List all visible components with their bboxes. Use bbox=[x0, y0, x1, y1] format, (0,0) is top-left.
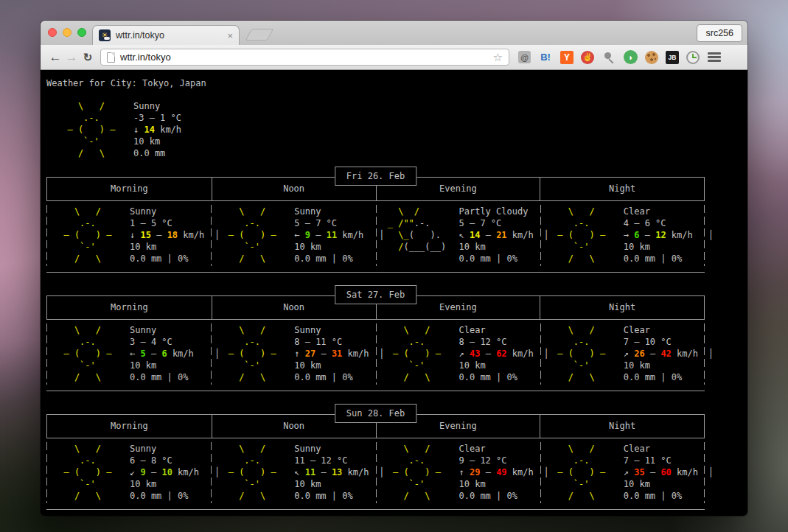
wind-direction-icon: ↖ bbox=[294, 467, 299, 477]
cell-border-bar: │ bbox=[708, 229, 714, 241]
weather-art: \ / .-. – ( ) – `-' / \ bbox=[217, 324, 294, 383]
temperature-text: 3 – 4 °C bbox=[130, 336, 211, 348]
jetbrains-extension-icon[interactable]: JB bbox=[666, 51, 679, 64]
minimize-window-button[interactable] bbox=[63, 28, 72, 37]
condition-text: Sunny bbox=[294, 324, 375, 336]
pushbullet-extension-icon[interactable]: ◗ bbox=[624, 50, 638, 64]
weather-art: \ / .-. – ( ) – `-' / \ bbox=[53, 443, 130, 502]
mail-extension-icon[interactable]: @ bbox=[518, 51, 531, 63]
precipitation-text: 0.0 mm | 0% bbox=[459, 253, 540, 265]
temperature-text: 5 – 7 °C bbox=[294, 217, 375, 229]
cell-border-bar: │ bbox=[708, 348, 714, 360]
forecast-cell: \ / .-. – ( ) – `-' / \ Sunny 8 – 11 °C … bbox=[211, 320, 375, 391]
url-text[interactable]: wttr.in/tokyo bbox=[120, 52, 493, 63]
weather-art: \ / .-. – ( ) – `-' / \ bbox=[217, 206, 294, 265]
forecast-row: \ / .-. – ( ) – `-' / \ Sunny 1 – 5 °C ↓… bbox=[46, 201, 705, 273]
precipitation-text: 0.0 mm | 0% bbox=[459, 490, 540, 502]
forecast-day-sunday: Sun 28. Feb Morning Noon Evening Night \… bbox=[46, 414, 705, 510]
date-box: Sat 27. Feb bbox=[335, 285, 416, 304]
pushpin-extension-icon[interactable] bbox=[602, 50, 616, 65]
wttr-terminal-output: Weather for City: Tokyo, Japan \ / .-. –… bbox=[41, 70, 747, 510]
period-header-morning: Morning bbox=[47, 178, 212, 200]
condition-text: Sunny bbox=[130, 324, 211, 336]
forecast-cell: \ / .-. – ( ) – `-' / \ Sunny 5 – 7 °C ←… bbox=[211, 201, 375, 272]
close-window-button[interactable] bbox=[48, 28, 57, 37]
forecast-cell: \ / .-. – ( ) – `-' / \ Sunny 11 – 12 °C… bbox=[211, 438, 375, 509]
reload-button[interactable]: ↻ bbox=[80, 51, 96, 64]
precipitation-text: 0.0 mm | 0% bbox=[130, 490, 211, 502]
wttr-favicon-icon: ☀ bbox=[99, 29, 111, 41]
weather-art: \ / .-. – ( ) – `-' / \ bbox=[547, 443, 624, 502]
temperature-text: 8 – 12 °C bbox=[459, 336, 540, 348]
wind-text: ↖ 14 – 21 km/h│ bbox=[459, 229, 540, 241]
visibility-text: 10 km bbox=[459, 241, 540, 253]
precipitation-text: 0.0 mm | 0% bbox=[130, 253, 211, 265]
page-viewport: Weather for City: Tokyo, Japan \ / .-. –… bbox=[41, 70, 747, 516]
hackernews-extension-icon[interactable]: Y bbox=[560, 51, 573, 64]
visibility-text: 10 km bbox=[294, 360, 375, 371]
wind-direction-icon: ↗ bbox=[624, 467, 629, 477]
forward-button[interactable]: → bbox=[63, 50, 80, 65]
weather-art: \ / .-. – ( ) – `-' / \ bbox=[547, 324, 624, 383]
browser-toolbar: ← → ↻ wttr.in/tokyo ☆ @ B! Y ✌ ◗ JB bbox=[41, 45, 747, 70]
temperature-text: 5 – 7 °C bbox=[459, 217, 540, 229]
weather-art: \ / .-. – ( ) – `-' / \ bbox=[383, 324, 459, 383]
wind-direction-icon: ↖ bbox=[459, 230, 464, 240]
wind-direction-icon: ← bbox=[294, 230, 299, 240]
adblock-extension-icon[interactable]: ✌ bbox=[581, 51, 594, 64]
condition-text: Sunny bbox=[294, 206, 375, 217]
wind-direction-icon: ↗ bbox=[624, 349, 629, 359]
back-button[interactable]: ← bbox=[47, 50, 63, 65]
condition-text: Clear bbox=[624, 206, 705, 217]
period-header-night: Night bbox=[540, 178, 704, 200]
bookmark-star-icon[interactable]: ☆ bbox=[493, 51, 503, 64]
forecast-cell: \ / .-. – ( ) – `-' / \ Clear 7 – 11 °C … bbox=[540, 438, 705, 509]
wind-text: ← 5 – 6 km/h│ bbox=[130, 348, 211, 360]
forecast-cell: \ / .-. – ( ) – `-' / \ Clear 8 – 12 °C … bbox=[376, 320, 540, 391]
window-title-bar[interactable]: ☀ wttr.in/tokyo × src256 bbox=[41, 21, 747, 45]
menu-button[interactable] bbox=[708, 51, 721, 64]
forecast-row: \ / .-. – ( ) – `-' / \ Sunny 6 – 8 °C ↙… bbox=[46, 438, 705, 510]
temperature-text: -3 – 1 °C bbox=[133, 112, 181, 124]
wind-direction-icon: ↑ bbox=[294, 349, 299, 359]
precipitation-text: 0.0 mm | 0% bbox=[624, 371, 705, 383]
temperature-text: 8 – 11 °C bbox=[294, 336, 375, 348]
condition-text: Sunny bbox=[294, 443, 375, 455]
precipitation-text: 0.0 mm | 0% bbox=[294, 490, 375, 502]
zoom-window-button[interactable] bbox=[77, 28, 86, 37]
browser-tab[interactable]: ☀ wttr.in/tokyo × bbox=[92, 25, 240, 45]
temperature-text: 9 – 12 °C bbox=[459, 455, 540, 466]
tab-close-icon[interactable]: × bbox=[227, 31, 233, 41]
forecast-row: \ / .-. – ( ) – `-' / \ Sunny 3 – 4 °C ←… bbox=[46, 320, 705, 391]
visibility-text: 10 km bbox=[294, 478, 375, 490]
forecast-day-friday: Fri 26. Feb Morning Noon Evening Night \… bbox=[46, 177, 705, 273]
period-header-morning: Morning bbox=[47, 296, 212, 319]
visibility-text: 10 km bbox=[459, 360, 540, 371]
temperature-text: 11 – 12 °C bbox=[294, 455, 375, 466]
wind-text: ← 9 – 11 km/h│ bbox=[294, 229, 375, 241]
profile-badge[interactable]: src256 bbox=[697, 24, 742, 42]
forecast-cell: \ / .-. – ( ) – `-' / \ Sunny 6 – 8 °C ↙… bbox=[46, 438, 211, 509]
page-icon bbox=[107, 52, 115, 63]
condition-text: Clear bbox=[624, 443, 705, 455]
address-bar[interactable]: wttr.in/tokyo ☆ bbox=[100, 49, 509, 66]
wind-text: ↓ 15 – 18 km/h│ bbox=[130, 229, 211, 241]
weather-art: \ / .-. – ( ) – `-' / \ bbox=[57, 100, 133, 159]
visibility-text: 10 km bbox=[624, 478, 705, 490]
precipitation-text: 0.0 mm | 0% bbox=[130, 371, 211, 383]
condition-text: Clear bbox=[459, 443, 540, 455]
weather-art: \ / _ /"".-. \_( ). /(___(__) bbox=[383, 206, 459, 265]
hatena-bookmark-extension-icon[interactable]: B! bbox=[538, 50, 553, 65]
wind-direction-icon: ← bbox=[130, 349, 135, 359]
extensions-area: @ B! Y ✌ ◗ JB bbox=[518, 50, 700, 65]
wind-direction-icon: ↗ bbox=[459, 349, 464, 359]
wind-direction-icon: ↓ bbox=[133, 125, 139, 135]
cookie-extension-icon[interactable] bbox=[645, 51, 658, 64]
temperature-text: 7 – 11 °C bbox=[624, 455, 705, 466]
visibility-text: 10 km bbox=[130, 241, 211, 253]
condition-text: Clear bbox=[459, 324, 540, 336]
new-tab-button[interactable] bbox=[245, 29, 274, 41]
history-clock-extension-icon[interactable] bbox=[686, 51, 700, 64]
precipitation-text: 0.0 mm | 0% bbox=[624, 253, 705, 265]
visibility-text: 10 km bbox=[624, 360, 705, 371]
